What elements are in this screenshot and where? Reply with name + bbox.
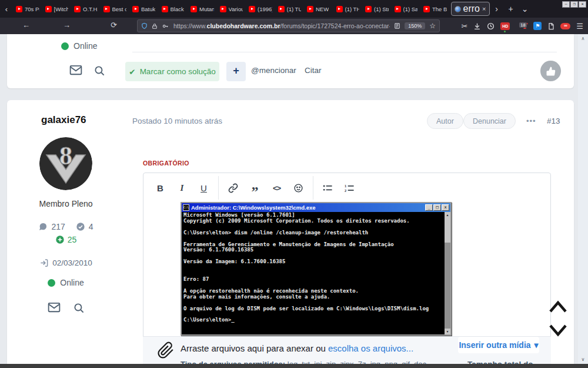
italic-button[interactable]: I: [171, 178, 193, 197]
tab[interactable]: (1) Stra: [362, 1, 392, 16]
tab-close-icon[interactable]: ×: [482, 5, 486, 12]
avatar[interactable]: 8: [39, 137, 92, 190]
search-icon[interactable]: [74, 303, 85, 314]
tab-overflow-icon[interactable]: ›: [490, 4, 504, 14]
jump-to-top-icon[interactable]: [547, 299, 569, 314]
scrollbar-down-icon[interactable]: ∨: [578, 357, 588, 362]
tracking-protection-shield-icon[interactable]: [141, 22, 148, 29]
tab[interactable]: (1) TU: [275, 1, 305, 16]
online-status: Online: [61, 41, 97, 51]
browser-nav-bar: ← → ⟳ https://www.clubedohardware.com.br…: [0, 18, 588, 34]
tab-title: Best of: [112, 6, 127, 12]
url-text[interactable]: https://www.clubedohardware.com.br/forum…: [173, 22, 390, 29]
flag-extension-icon[interactable]: ⚑: [533, 22, 542, 30]
tab-title: [Witch: [54, 6, 69, 12]
browser-tab-bar: ‹ 70s Ps[WitchO.T.H.Best ofBatukBlackMut…: [0, 0, 588, 18]
report-button[interactable]: Denunciar: [463, 113, 516, 129]
cmd-scroll-up-icon: ▲: [445, 212, 450, 218]
tab[interactable]: Best of: [101, 1, 130, 16]
cmd-window-controls: _ □ x: [425, 204, 449, 211]
cmd-restore-button: □: [433, 204, 441, 211]
screenshot-scissors-icon[interactable]: ✂: [461, 22, 467, 31]
page-extension-icon[interactable]: [547, 22, 554, 30]
cmd-close-button: x: [442, 204, 449, 211]
screen: ‹ 70s Ps[WitchO.T.H.Best ofBatukBlackMut…: [0, 0, 588, 368]
tab[interactable]: O.T.H.: [71, 1, 101, 16]
like-button[interactable]: [540, 61, 561, 81]
message-icon[interactable]: [69, 65, 82, 75]
cmd-screenshot[interactable]: C:\ Administrador: C:\Windows\system32\c…: [181, 202, 452, 336]
jump-to-bottom-icon[interactable]: [547, 323, 569, 338]
menu-hamburger-icon[interactable]: ☰: [576, 22, 583, 31]
forward-button[interactable]: →: [63, 21, 71, 29]
tab[interactable]: Black: [159, 1, 188, 16]
bullet-list-button[interactable]: [317, 178, 339, 197]
tab[interactable]: Mutan: [188, 1, 217, 16]
permissions-icon[interactable]: [162, 23, 169, 29]
posts-bubble-icon: [38, 222, 48, 231]
page-jump-controls: [547, 299, 571, 346]
new-tab-button[interactable]: +: [504, 4, 518, 14]
mark-solution-button[interactable]: ✔ Marcar como solução: [125, 62, 219, 81]
tab-active[interactable]: erro ×: [451, 2, 490, 16]
url-bar[interactable]: https://www.clubedohardware.com.br/forum…: [137, 19, 440, 32]
search-icon[interactable]: [94, 65, 105, 77]
downloads-icon[interactable]: [473, 22, 481, 30]
post-author-link[interactable]: galaxie76: [41, 114, 86, 126]
tab[interactable]: Batuk: [129, 1, 159, 16]
tab[interactable]: Variou: [217, 1, 246, 16]
tab[interactable]: 70s Ps: [13, 1, 42, 16]
user-action-icons: [7, 303, 125, 314]
cmd-window-title: Administrador: C:\Windows\system32\cmd.e…: [191, 204, 423, 211]
divider: [132, 52, 557, 52]
toolbar-separator: [218, 176, 219, 200]
solutions-check-icon: [76, 222, 85, 231]
svg-text:2: 2: [345, 188, 346, 192]
tab[interactable]: (1996): [246, 1, 275, 16]
reader-mode-icon[interactable]: [394, 22, 400, 29]
bold-button[interactable]: B: [149, 178, 171, 197]
red-oval-extension-icon[interactable]: ∞: [560, 23, 570, 29]
mention-link[interactable]: @mencionar: [251, 66, 296, 75]
bookmark-star-icon[interactable]: ☆: [429, 22, 436, 30]
reload-button[interactable]: ⟳: [111, 21, 117, 29]
zoom-level-badge[interactable]: 150%: [405, 22, 425, 29]
youtube-favicon: [74, 6, 81, 12]
tab-title: NEW: [316, 6, 329, 12]
list-tabs-icon[interactable]: ⌄: [518, 4, 532, 14]
editor-toolbar: B I U ” <> 12: [143, 173, 550, 203]
tab[interactable]: (1) San: [392, 1, 421, 16]
lock-icon[interactable]: [152, 23, 158, 29]
post-options-icon[interactable]: •••: [526, 117, 536, 125]
tab[interactable]: NEW: [304, 1, 333, 16]
numbered-list-button[interactable]: 12: [339, 178, 360, 197]
history-clock-icon[interactable]: [487, 22, 495, 30]
emoji-button[interactable]: [288, 178, 309, 197]
window-minimize-button[interactable]: –: [562, 1, 570, 8]
underline-button[interactable]: U: [193, 178, 215, 197]
window-restore-button[interactable]: ❒: [570, 1, 578, 8]
tab[interactable]: The Be: [420, 1, 450, 16]
posts-count: 217: [51, 222, 65, 231]
scroll-tabs-left-icon[interactable]: ‹: [0, 5, 13, 14]
youtube-favicon: [220, 6, 226, 12]
post-number-link[interactable]: #13: [547, 117, 560, 125]
back-button[interactable]: ←: [22, 21, 30, 29]
hd-extension-icon[interactable]: HD: [500, 22, 510, 30]
insert-media-button[interactable]: Inserir outra mídia ▾: [458, 337, 539, 353]
message-icon[interactable]: [48, 303, 61, 313]
reputation-row[interactable]: 25: [7, 235, 125, 244]
choose-files-link[interactable]: escolha os arquivos...: [328, 343, 413, 353]
background-tabs: 70s Ps[WitchO.T.H.Best ofBatukBlackMutan…: [13, 0, 450, 18]
quote-link[interactable]: Citar: [305, 66, 322, 75]
attachment-dropzone[interactable]: Arraste arquivos aqui para anexar ou esc…: [143, 336, 551, 364]
tab[interactable]: [Witch: [42, 1, 72, 16]
code-button[interactable]: <>: [266, 178, 288, 197]
page-scrollbar[interactable]: ∧ ∨: [578, 34, 588, 364]
link-button[interactable]: [222, 178, 244, 197]
window-close-button[interactable]: ×: [579, 1, 586, 8]
react-plus-button[interactable]: +: [226, 62, 246, 81]
tab[interactable]: (1) TH: [333, 1, 363, 16]
scrollbar-up-icon[interactable]: ∧: [578, 36, 588, 41]
quote-button[interactable]: ”: [244, 178, 266, 197]
